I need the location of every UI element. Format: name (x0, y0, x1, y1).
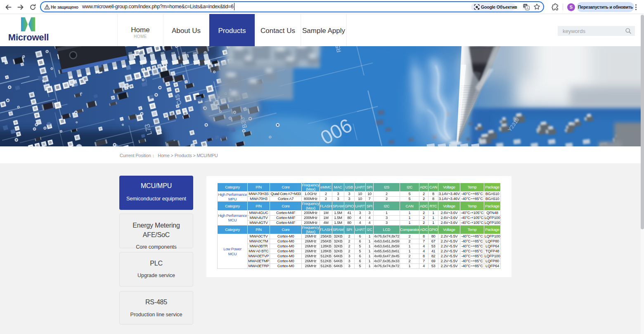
svg-text:A: A (526, 6, 529, 10)
